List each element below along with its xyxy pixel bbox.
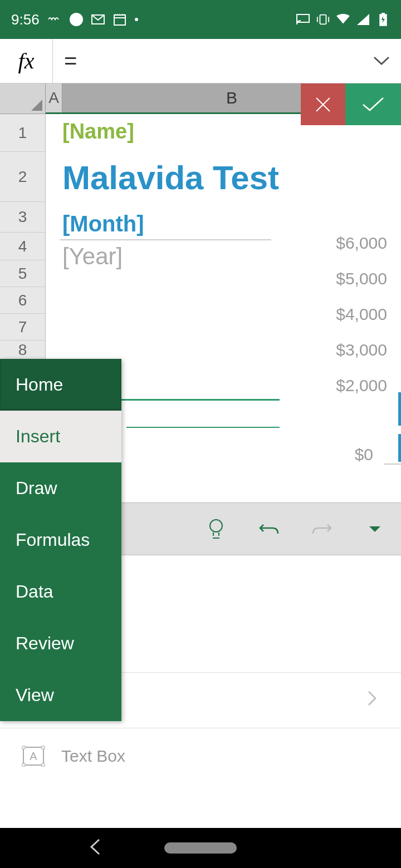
redo-button[interactable] bbox=[295, 519, 348, 539]
chart-bar bbox=[398, 392, 401, 426]
axis-3000: $3,000 bbox=[336, 341, 387, 359]
axis-6000: $6,000 bbox=[336, 234, 387, 253]
nav-home-button[interactable] bbox=[164, 842, 237, 854]
formula-input[interactable]: = bbox=[53, 48, 362, 73]
tab-formulas[interactable]: Formulas bbox=[0, 514, 121, 566]
svg-rect-1 bbox=[114, 15, 125, 25]
undo-button[interactable] bbox=[242, 519, 295, 539]
tab-view[interactable]: View bbox=[0, 669, 121, 721]
tab-draw[interactable]: Draw bbox=[0, 462, 121, 514]
more-icon bbox=[135, 18, 138, 21]
confirm-button[interactable] bbox=[345, 83, 401, 125]
tab-insert[interactable]: Insert bbox=[0, 411, 121, 462]
formula-expand-button[interactable] bbox=[362, 56, 401, 66]
status-bar: 9:56 bbox=[0, 0, 401, 39]
chart-bar bbox=[398, 434, 401, 462]
weather-icon bbox=[48, 13, 61, 26]
chart-baseline bbox=[384, 463, 401, 465]
formula-bar: fx = bbox=[0, 39, 401, 83]
status-time: 9:56 bbox=[11, 11, 40, 28]
textbox-icon: A bbox=[17, 745, 50, 767]
svg-text:A: A bbox=[30, 750, 37, 762]
android-nav-bar bbox=[0, 828, 401, 868]
lightbulb-button[interactable] bbox=[189, 518, 242, 540]
cell-month[interactable]: [Month] bbox=[62, 211, 144, 236]
record-icon bbox=[70, 13, 83, 26]
insert-textbox-item[interactable]: A Text Box bbox=[0, 728, 401, 783]
cell-name[interactable]: [Name] bbox=[62, 120, 134, 144]
cell-title[interactable]: Malavida Test bbox=[62, 159, 279, 197]
svg-rect-4 bbox=[320, 15, 326, 24]
row-header-6[interactable]: 6 bbox=[0, 287, 45, 314]
nav-back-button[interactable] bbox=[89, 839, 102, 857]
svg-rect-14 bbox=[22, 746, 25, 749]
svg-rect-17 bbox=[42, 763, 45, 766]
gmail-icon bbox=[91, 13, 105, 26]
axis-0: $0 bbox=[355, 445, 373, 464]
cancel-button[interactable] bbox=[301, 83, 345, 125]
tab-home[interactable]: Home bbox=[0, 359, 121, 411]
tab-review[interactable]: Review bbox=[0, 618, 121, 669]
chart-y-axis: $6,000 $5,000 $4,000 $3,000 $2,000 bbox=[336, 234, 387, 395]
insert-textbox-label: Text Box bbox=[61, 747, 384, 766]
row-header-3[interactable]: 3 bbox=[0, 202, 45, 233]
row-header-1[interactable]: 1 bbox=[0, 114, 45, 152]
column-headers: A B bbox=[0, 83, 401, 114]
vibrate-icon bbox=[316, 13, 330, 26]
svg-rect-16 bbox=[22, 763, 25, 766]
axis-5000: $5,000 bbox=[336, 269, 387, 288]
tab-data[interactable]: Data bbox=[0, 566, 121, 618]
battery-icon bbox=[376, 13, 390, 26]
chevron-right-icon bbox=[368, 691, 384, 710]
row-header-5[interactable]: 5 bbox=[0, 260, 45, 287]
cell-year[interactable]: [Year] bbox=[62, 243, 123, 270]
calendar-icon bbox=[113, 13, 126, 26]
axis-4000: $4,000 bbox=[336, 305, 387, 324]
fx-label[interactable]: fx bbox=[0, 39, 53, 83]
svg-rect-8 bbox=[382, 13, 385, 14]
cell-selection-border bbox=[126, 427, 280, 428]
row-header-7[interactable]: 7 bbox=[0, 314, 45, 341]
axis-2000: $2,000 bbox=[336, 376, 387, 395]
signal-icon bbox=[356, 13, 370, 26]
svg-point-9 bbox=[210, 520, 222, 532]
cast-icon bbox=[296, 13, 310, 26]
select-all-corner[interactable] bbox=[0, 83, 46, 114]
wifi-icon bbox=[336, 13, 350, 26]
row-header-4[interactable]: 4 bbox=[0, 233, 45, 260]
row-header-2[interactable]: 2 bbox=[0, 152, 45, 202]
ribbon-tab-menu: Home Insert Draw Formulas Data Review Vi… bbox=[0, 359, 121, 721]
col-header-a[interactable]: A bbox=[46, 83, 62, 114]
ribbon-more-button[interactable] bbox=[348, 525, 401, 533]
row-header-8[interactable]: 8 bbox=[0, 341, 45, 360]
svg-rect-15 bbox=[42, 746, 45, 749]
